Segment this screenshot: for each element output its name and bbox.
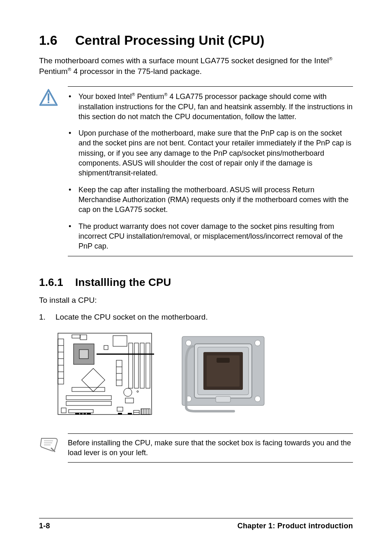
svg-point-29 (137, 391, 138, 392)
svg-rect-14 (79, 350, 88, 359)
warning-item: The product warranty does not cover dama… (78, 221, 353, 251)
motherboard-diagram (55, 331, 154, 417)
svg-rect-36 (83, 413, 86, 415)
svg-rect-16 (129, 343, 133, 388)
tip-body: Before installing the CPU, make sure tha… (68, 433, 353, 463)
footer-page-number: 1-8 (39, 522, 50, 530)
cpu-socket-photo (171, 335, 279, 413)
svg-rect-59 (217, 358, 230, 363)
section-heading: 1.6Central Processing Unit (CPU) (39, 33, 353, 48)
step-number: 1. (39, 313, 55, 322)
svg-rect-24 (82, 368, 105, 392)
svg-rect-17 (134, 343, 138, 388)
section-title: Central Processing Unit (CPU) (75, 33, 265, 48)
svg-rect-25 (72, 387, 105, 391)
step-1: 1.Locate the CPU socket on the motherboa… (39, 313, 353, 322)
subsection-heading: 1.6.1Installling the CPU (39, 276, 353, 289)
warning-icon (39, 86, 59, 256)
warning-block: Your boxed Intel® Pentium® 4 LGA775 proc… (39, 86, 353, 256)
svg-point-1 (48, 101, 49, 103)
svg-rect-15 (104, 345, 108, 350)
section-number: 1.6 (39, 33, 75, 48)
warning-item: Your boxed Intel® Pentium® 4 LGA775 proc… (78, 92, 353, 122)
svg-rect-35 (80, 413, 83, 415)
warning-item: Keep the cap after installing the mother… (78, 185, 353, 215)
svg-rect-18 (140, 343, 144, 388)
svg-rect-42 (141, 409, 150, 415)
svg-rect-38 (118, 413, 122, 415)
svg-rect-31 (117, 407, 123, 411)
figure-row (55, 331, 353, 417)
page: 1.6Central Processing Unit (CPU) The mot… (0, 0, 392, 555)
subsection-number: 1.6.1 (39, 276, 75, 289)
svg-rect-3 (72, 335, 80, 338)
svg-rect-19 (146, 343, 150, 388)
svg-rect-60 (216, 396, 231, 402)
svg-rect-27 (66, 401, 111, 405)
svg-rect-33 (69, 410, 93, 413)
subsection-title: Installling the CPU (75, 276, 171, 288)
svg-rect-26 (66, 396, 111, 400)
svg-point-28 (124, 388, 132, 396)
warning-list: Your boxed Intel® Pentium® 4 LGA775 proc… (68, 92, 353, 251)
step-text: Locate the CPU socket on the motherboard… (55, 313, 208, 321)
svg-point-52 (255, 340, 261, 346)
svg-rect-20 (116, 360, 122, 386)
svg-point-54 (255, 396, 261, 402)
warning-body: Your boxed Intel® Pentium® 4 LGA775 proc… (68, 86, 353, 256)
svg-rect-30 (125, 398, 134, 403)
page-footer: 1-8 Chapter 1: Product introduction (39, 518, 353, 530)
note-icon (39, 433, 59, 463)
subsection-intro: To install a CPU: (39, 295, 353, 306)
svg-rect-39 (128, 413, 132, 415)
intro-paragraph: The motherboard comes with a surface mou… (39, 55, 353, 76)
warning-item: Upon purchase of the motherboard, make s… (78, 128, 353, 178)
svg-rect-4 (80, 335, 87, 340)
svg-rect-32 (61, 408, 66, 413)
tip-block: Before installing the CPU, make sure tha… (39, 433, 353, 463)
svg-point-51 (186, 340, 191, 346)
footer-chapter: Chapter 1: Product introduction (238, 522, 353, 530)
svg-rect-37 (87, 413, 91, 415)
svg-rect-34 (75, 413, 79, 415)
svg-rect-5 (113, 336, 127, 346)
